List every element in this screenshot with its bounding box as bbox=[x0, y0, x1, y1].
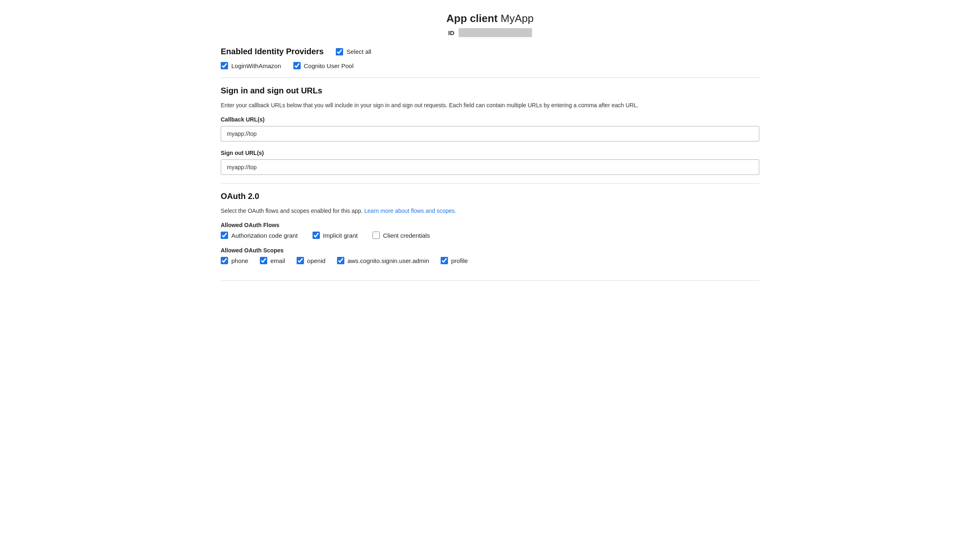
scope-aws-cognito[interactable]: aws.cognito.signin.user.admin bbox=[337, 257, 429, 264]
id-label: ID bbox=[448, 29, 455, 36]
scope-profile[interactable]: profile bbox=[441, 257, 468, 264]
scope-email-checkbox[interactable] bbox=[260, 257, 267, 264]
scope-profile-label: profile bbox=[451, 257, 468, 264]
flow-client-credentials-checkbox[interactable] bbox=[372, 232, 380, 239]
scope-aws-cognito-checkbox[interactable] bbox=[337, 257, 344, 264]
page-title: App client MyApp bbox=[221, 12, 759, 25]
select-all-label: Select all bbox=[346, 48, 371, 55]
identity-providers-title: Enabled Identity Providers bbox=[221, 47, 324, 56]
flow-authorization-code-label: Authorization code grant bbox=[231, 232, 298, 239]
callback-url-field: Callback URL(s) bbox=[221, 116, 759, 141]
oauth-flows-group: Authorization code grant Implicit grant … bbox=[221, 232, 759, 239]
sign-in-out-section: Sign in and sign out URLs Enter your cal… bbox=[221, 86, 759, 175]
page-title-app: MyApp bbox=[501, 12, 534, 24]
scope-aws-cognito-label: aws.cognito.signin.user.admin bbox=[348, 257, 429, 264]
id-value bbox=[459, 28, 532, 37]
oauth-description: Select the OAuth flows and scopes enable… bbox=[221, 207, 759, 215]
flow-implicit-label: Implicit grant bbox=[323, 232, 358, 239]
provider-cognito-label: Cognito User Pool bbox=[304, 62, 354, 69]
callback-url-input[interactable] bbox=[221, 126, 759, 141]
select-all-checkbox[interactable] bbox=[336, 48, 343, 55]
scope-email[interactable]: email bbox=[260, 257, 285, 264]
oauth-section: OAuth 2.0 Select the OAuth flows and sco… bbox=[221, 192, 759, 264]
sign-in-out-title: Sign in and sign out URLs bbox=[221, 86, 759, 95]
flow-authorization-code[interactable]: Authorization code grant bbox=[221, 232, 298, 239]
flow-implicit[interactable]: Implicit grant bbox=[313, 232, 358, 239]
signout-url-input[interactable] bbox=[221, 159, 759, 175]
signout-url-field: Sign out URL(s) bbox=[221, 150, 759, 175]
page-header: App client MyApp ID bbox=[221, 12, 759, 37]
scope-phone-label: phone bbox=[231, 257, 248, 264]
divider-1 bbox=[221, 77, 759, 78]
divider-2 bbox=[221, 183, 759, 183]
provider-loginwithamazon-label: LoginWithAmazon bbox=[231, 62, 281, 69]
provider-loginwithamazon-checkbox[interactable] bbox=[221, 62, 228, 69]
id-row: ID bbox=[221, 28, 759, 37]
scope-openid-label: openid bbox=[307, 257, 326, 264]
oauth-scopes-group: phone email openid aws.cognito.signin.us… bbox=[221, 257, 759, 264]
provider-loginwithamazon[interactable]: LoginWithAmazon bbox=[221, 62, 281, 69]
identity-providers-section: Enabled Identity Providers Select all Lo… bbox=[221, 47, 759, 69]
page-wrapper: App client MyApp ID Enabled Identity Pro… bbox=[204, 0, 776, 305]
oauth-scopes-field: Allowed OAuth Scopes phone email openid … bbox=[221, 247, 759, 264]
oauth-flows-label: Allowed OAuth Flows bbox=[221, 222, 759, 228]
select-all-checkbox-item[interactable]: Select all bbox=[336, 48, 371, 55]
scope-openid[interactable]: openid bbox=[297, 257, 326, 264]
flow-authorization-code-checkbox[interactable] bbox=[221, 232, 228, 239]
bottom-divider bbox=[221, 281, 759, 281]
signout-url-label: Sign out URL(s) bbox=[221, 150, 759, 156]
oauth-flows-field: Allowed OAuth Flows Authorization code g… bbox=[221, 222, 759, 239]
scope-phone[interactable]: phone bbox=[221, 257, 248, 264]
flow-client-credentials-label: Client credentials bbox=[383, 232, 430, 239]
scope-openid-checkbox[interactable] bbox=[297, 257, 304, 264]
scope-email-label: email bbox=[270, 257, 285, 264]
identity-providers-header: Enabled Identity Providers Select all bbox=[221, 47, 759, 56]
flow-implicit-checkbox[interactable] bbox=[313, 232, 320, 239]
oauth-title: OAuth 2.0 bbox=[221, 192, 759, 201]
oauth-scopes-label: Allowed OAuth Scopes bbox=[221, 247, 759, 254]
oauth-description-link[interactable]: Learn more about flows and scopes. bbox=[364, 208, 457, 214]
oauth-description-prefix: Select the OAuth flows and scopes enable… bbox=[221, 208, 364, 214]
scope-phone-checkbox[interactable] bbox=[221, 257, 228, 264]
sign-in-out-description: Enter your callback URLs below that you … bbox=[221, 101, 759, 110]
page-title-bold: App client bbox=[446, 12, 498, 24]
flow-client-credentials[interactable]: Client credentials bbox=[372, 232, 430, 239]
provider-cognito-checkbox[interactable] bbox=[293, 62, 301, 69]
providers-group: LoginWithAmazon Cognito User Pool bbox=[221, 62, 759, 69]
scope-profile-checkbox[interactable] bbox=[441, 257, 448, 264]
callback-url-label: Callback URL(s) bbox=[221, 116, 759, 123]
provider-cognito[interactable]: Cognito User Pool bbox=[293, 62, 354, 69]
